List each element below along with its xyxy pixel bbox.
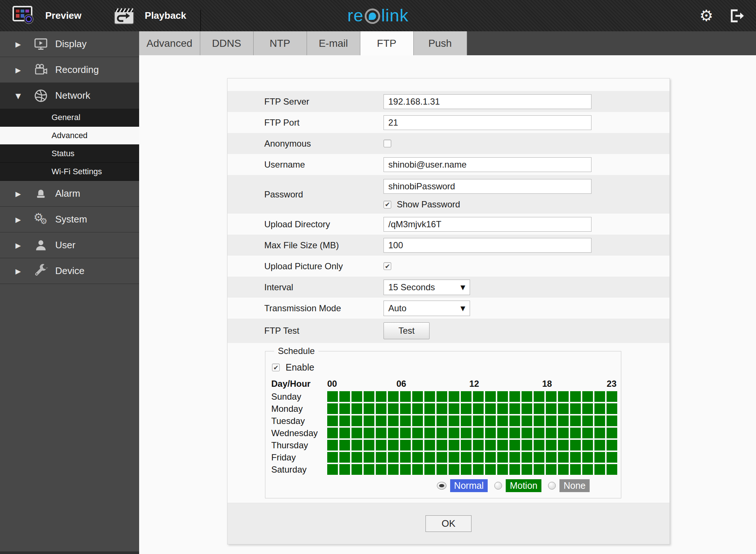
max-file-size-mb-input[interactable]	[384, 238, 591, 253]
schedule-cell[interactable]	[412, 428, 423, 438]
tab-e-mail[interactable]: E-mail	[307, 31, 360, 55]
schedule-cell[interactable]	[412, 452, 423, 463]
schedule-cell[interactable]	[376, 452, 386, 463]
schedule-cell[interactable]	[570, 391, 581, 402]
show-password-checkbox[interactable]	[384, 201, 391, 208]
schedule-cell[interactable]	[339, 403, 350, 414]
schedule-cell[interactable]	[339, 428, 350, 438]
schedule-cell[interactable]	[497, 440, 508, 450]
schedule-cell[interactable]	[327, 416, 338, 426]
schedule-cell[interactable]	[558, 464, 569, 475]
mode-radio-motion[interactable]	[494, 482, 502, 490]
schedule-cell[interactable]	[327, 440, 338, 450]
schedule-cell[interactable]	[485, 464, 496, 475]
transmission-mode-select[interactable]: Auto▼	[384, 301, 470, 316]
schedule-cell[interactable]	[534, 416, 544, 426]
schedule-cell[interactable]	[509, 428, 520, 438]
schedule-cell[interactable]	[607, 403, 617, 414]
upload-directory-input[interactable]	[384, 217, 591, 232]
schedule-cell[interactable]	[364, 391, 374, 402]
username-input[interactable]	[384, 157, 591, 172]
upload-picture-only-checkbox[interactable]	[384, 262, 391, 270]
schedule-enable-checkbox[interactable]	[272, 364, 280, 371]
schedule-cell[interactable]	[607, 391, 617, 402]
schedule-cell[interactable]	[449, 403, 459, 414]
schedule-cell[interactable]	[364, 416, 374, 426]
schedule-cell[interactable]	[449, 391, 459, 402]
schedule-cell[interactable]	[594, 428, 605, 438]
schedule-cell[interactable]	[509, 452, 520, 463]
schedule-cell[interactable]	[607, 464, 617, 475]
schedule-cell[interactable]	[497, 391, 508, 402]
schedule-cell[interactable]	[351, 452, 362, 463]
schedule-cell[interactable]	[437, 428, 447, 438]
schedule-cell[interactable]	[351, 440, 362, 450]
schedule-cell[interactable]	[546, 440, 557, 450]
sidebar-item-alarm[interactable]: ▶Alarm	[0, 181, 139, 207]
schedule-cell[interactable]	[388, 391, 399, 402]
schedule-cell[interactable]	[582, 440, 593, 450]
sidebar-subitem-general[interactable]: General	[0, 109, 139, 127]
mode-radio-normal[interactable]	[437, 482, 446, 490]
schedule-cell[interactable]	[388, 464, 399, 475]
schedule-cell[interactable]	[570, 428, 581, 438]
schedule-cell[interactable]	[534, 440, 544, 450]
schedule-cell[interactable]	[424, 416, 435, 426]
schedule-cell[interactable]	[485, 403, 496, 414]
schedule-cell[interactable]	[351, 391, 362, 402]
sidebar-subitem-status[interactable]: Status	[0, 145, 139, 163]
schedule-cell[interactable]	[594, 391, 605, 402]
schedule-cell[interactable]	[376, 416, 386, 426]
schedule-cell[interactable]	[497, 403, 508, 414]
schedule-cell[interactable]	[412, 464, 423, 475]
tab-ddns[interactable]: DDNS	[200, 31, 254, 55]
schedule-cell[interactable]	[473, 452, 484, 463]
schedule-cell[interactable]	[412, 391, 423, 402]
schedule-cell[interactable]	[534, 428, 544, 438]
schedule-cell[interactable]	[473, 464, 484, 475]
schedule-cell[interactable]	[473, 428, 484, 438]
sidebar-subitem-wi-fi-settings[interactable]: Wi-Fi Settings	[0, 163, 139, 181]
schedule-cell[interactable]	[534, 403, 544, 414]
schedule-cell[interactable]	[522, 416, 532, 426]
sidebar-item-network[interactable]: ▼Network	[0, 83, 139, 109]
schedule-cell[interactable]	[594, 440, 605, 450]
sidebar-item-recording[interactable]: ▶Recording	[0, 57, 139, 83]
schedule-cell[interactable]	[364, 403, 374, 414]
schedule-cell[interactable]	[437, 440, 447, 450]
ftp-port-input[interactable]	[384, 115, 591, 130]
schedule-cell[interactable]	[400, 428, 411, 438]
schedule-cell[interactable]	[558, 416, 569, 426]
schedule-cell[interactable]	[473, 403, 484, 414]
logout-icon[interactable]	[729, 8, 746, 24]
sidebar-item-device[interactable]: ▶Device	[0, 258, 139, 284]
schedule-cell[interactable]	[546, 403, 557, 414]
schedule-cell[interactable]	[351, 416, 362, 426]
schedule-cell[interactable]	[449, 464, 459, 475]
schedule-cell[interactable]	[437, 464, 447, 475]
schedule-cell[interactable]	[497, 428, 508, 438]
schedule-cell[interactable]	[570, 403, 581, 414]
schedule-cell[interactable]	[473, 416, 484, 426]
schedule-cell[interactable]	[412, 403, 423, 414]
tab-push[interactable]: Push	[414, 31, 467, 55]
schedule-cell[interactable]	[461, 440, 471, 450]
schedule-cell[interactable]	[364, 452, 374, 463]
schedule-cell[interactable]	[607, 428, 617, 438]
schedule-cell[interactable]	[558, 440, 569, 450]
ok-button[interactable]: OK	[425, 515, 471, 532]
schedule-cell[interactable]	[400, 403, 411, 414]
schedule-cell[interactable]	[558, 428, 569, 438]
schedule-cell[interactable]	[509, 403, 520, 414]
schedule-cell[interactable]	[522, 428, 532, 438]
schedule-cell[interactable]	[546, 391, 557, 402]
schedule-cell[interactable]	[461, 416, 471, 426]
schedule-cell[interactable]	[437, 452, 447, 463]
schedule-cell[interactable]	[339, 440, 350, 450]
schedule-cell[interactable]	[412, 416, 423, 426]
tab-ftp[interactable]: FTP	[360, 31, 414, 55]
schedule-cell[interactable]	[485, 452, 496, 463]
schedule-cell[interactable]	[558, 391, 569, 402]
schedule-cell[interactable]	[546, 416, 557, 426]
schedule-cell[interactable]	[376, 428, 386, 438]
